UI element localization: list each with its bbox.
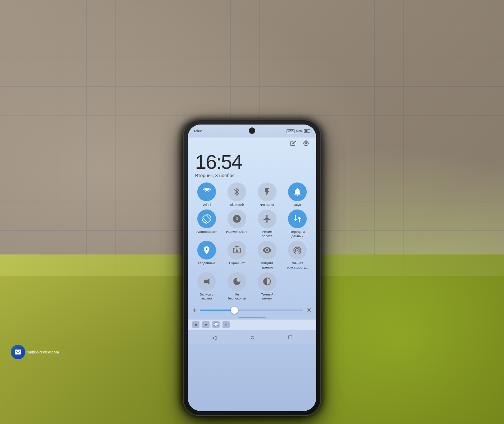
carrier-signal: Tele2 — [194, 129, 202, 133]
location-icon-circle — [197, 241, 216, 260]
qs-auto-rotate[interactable]: Автоповорот — [192, 209, 221, 238]
flashlight-icon-circle — [258, 182, 276, 201]
data-icon-circle — [288, 209, 307, 228]
quick-settings-grid: Wi-Fi Bluetooth Фонарик — [192, 182, 312, 301]
darkmode-icon-circle — [258, 272, 276, 291]
eye-label: Защитазрения — [261, 261, 273, 269]
recent-apps-bar: ■ ★ 💬 ✔ — [188, 319, 316, 330]
share-icon-circle — [228, 209, 246, 228]
qs-location[interactable]: Геоданные — [192, 241, 221, 269]
recents-button[interactable]: □ — [288, 334, 292, 340]
back-button[interactable]: ◁ — [212, 334, 216, 341]
brightness-thumb[interactable] — [231, 307, 238, 314]
qs-data-transfer[interactable]: Передачаданных — [283, 209, 312, 238]
brightness-bar[interactable]: ☀ ☀ — [192, 306, 312, 314]
sound-label: Звук — [294, 203, 301, 207]
hotspot-label: Личнаяточка досту... — [287, 261, 308, 269]
recent-app-1[interactable]: ■ — [192, 321, 199, 328]
qs-dark-mode[interactable]: Темныйрежим — [253, 272, 282, 301]
qs-eye-comfort[interactable]: Защитазрения — [253, 241, 282, 269]
qs-bluetooth[interactable]: Bluetooth — [222, 182, 251, 207]
eye-icon-circle — [258, 241, 276, 260]
record-icon-circle — [197, 272, 216, 291]
flashlight-label: Фонарик — [260, 203, 274, 207]
qs-hotspot[interactable]: Личнаяточка досту... — [283, 241, 312, 269]
phone-screen: Tele2 NFC 50% — [188, 125, 316, 411]
watermark-logo — [11, 345, 25, 359]
nav-bar: ◁ ○ □ — [188, 331, 316, 344]
battery-icon — [304, 129, 310, 133]
top-bar — [188, 137, 316, 149]
qs-screen-record[interactable]: Запись сэкрана — [192, 272, 221, 301]
qs-screenshot[interactable]: Скриншот — [222, 241, 251, 269]
time-display: 16:54 — [195, 152, 309, 172]
brightness-min-icon: ☀ — [192, 307, 197, 313]
dnd-label: Небеспокоить — [228, 292, 246, 301]
recent-app-3[interactable]: 💬 — [212, 321, 220, 328]
hotspot-icon-circle — [288, 241, 307, 260]
qs-huawei-share[interactable]: Huawei Share — [222, 209, 251, 238]
rotate-label: Автоповорот — [197, 230, 217, 234]
screenshot-label: Скриншот — [229, 261, 245, 265]
edit-button[interactable] — [289, 139, 297, 148]
location-label: Геоданные — [198, 261, 215, 265]
quick-settings-panel: Wi-Fi Bluetooth Фонарик — [188, 180, 316, 303]
settings-button[interactable] — [302, 139, 310, 148]
wifi-icon — [197, 182, 216, 201]
sound-icon-circle — [288, 182, 307, 201]
battery-percent: 50% — [296, 129, 302, 133]
qs-airplane[interactable]: Режимполета — [253, 209, 282, 238]
rotate-icon-circle — [197, 209, 216, 228]
airplane-icon-circle — [258, 209, 276, 228]
qs-sound[interactable]: Звук — [283, 182, 312, 207]
front-camera — [249, 127, 255, 134]
brightness-max-icon: ☀ — [306, 306, 312, 314]
battery-fill — [305, 130, 307, 132]
brightness-fill — [200, 310, 233, 311]
airplane-label: Режимполета — [262, 230, 273, 238]
screenshot-icon-circle — [228, 241, 246, 260]
phone-outer: Tele2 NFC 50% — [184, 120, 320, 415]
wifi-label: Wi-Fi — [203, 203, 211, 207]
record-label: Запись сэкрана — [200, 292, 214, 301]
darkmode-label: Темныйрежим — [261, 292, 273, 301]
recent-app-2[interactable]: ★ — [202, 321, 210, 328]
svg-point-2 — [236, 250, 238, 252]
nfc-indicator: NFC — [287, 129, 294, 133]
bluetooth-icon-circle — [228, 182, 246, 201]
date-display: Вторник, 3 ноября — [195, 173, 309, 178]
qs-dnd[interactable]: Небеспокоить — [222, 272, 251, 301]
brightness-track[interactable] — [200, 310, 303, 311]
watermark: mobile-review.com — [11, 345, 59, 359]
status-right: NFC 50% — [287, 129, 310, 133]
phone-wrapper: Tele2 NFC 50% — [176, 11, 328, 407]
dnd-icon-circle — [228, 272, 246, 291]
status-bar: Tele2 NFC 50% — [188, 125, 316, 137]
clock-area: 16:54 Вторник, 3 ноября — [188, 149, 316, 180]
recent-app-4[interactable]: ✔ — [222, 321, 230, 328]
huawei-share-label: Huawei Share — [226, 230, 248, 234]
data-transfer-label: Передачаданных — [289, 230, 305, 238]
qs-flashlight[interactable]: Фонарик — [253, 182, 282, 207]
qs-wifi[interactable]: Wi-Fi — [192, 182, 221, 207]
home-indicator — [238, 317, 266, 318]
svg-point-0 — [305, 143, 307, 144]
watermark-text: mobile-review.com — [27, 350, 59, 354]
home-button[interactable]: ○ — [250, 333, 255, 342]
bluetooth-label: Bluetooth — [230, 203, 244, 207]
